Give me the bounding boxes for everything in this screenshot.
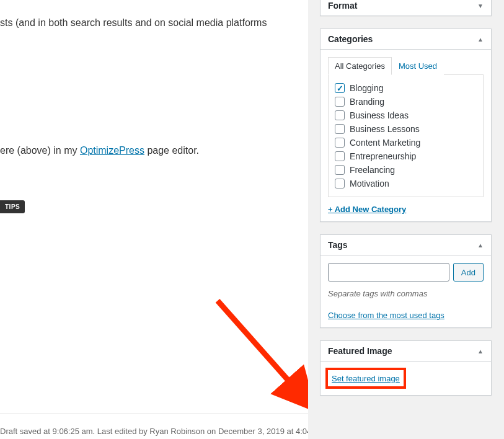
featured-image-title: Featured Image <box>328 346 392 356</box>
format-header[interactable]: Format ▼ <box>321 0 491 16</box>
choose-most-used-tags-link[interactable]: Choose from the most used tags <box>328 311 444 320</box>
categories-tabs: All Categories Most Used <box>328 57 484 75</box>
add-tag-button[interactable]: Add <box>453 263 484 282</box>
chevron-down-icon: ▼ <box>477 2 484 9</box>
sidebar: Format ▼ Categories ▲ All Categories Mos… <box>308 0 504 439</box>
optimizepress-link[interactable]: OptimizePress <box>80 145 144 156</box>
tags-header[interactable]: Tags ▲ <box>321 235 491 255</box>
checkbox-icon[interactable] <box>335 97 345 107</box>
add-new-category-link[interactable]: + Add New Category <box>328 205 484 214</box>
category-label: Motivation <box>350 179 389 188</box>
checkbox-icon[interactable] <box>335 165 345 175</box>
featured-image-postbox: Featured Image ▲ Set featured image <box>320 340 492 396</box>
category-item-entrepreneurship[interactable]: Entrepreneurship <box>335 149 477 163</box>
chevron-up-icon: ▲ <box>477 36 484 43</box>
categories-list: Blogging Branding Business Ideas Busines… <box>328 74 484 197</box>
chevron-up-icon: ▲ <box>477 348 484 355</box>
category-label: Business Ideas <box>350 110 409 120</box>
category-item-content-marketing[interactable]: Content Marketing <box>335 136 477 149</box>
tags-title: Tags <box>328 240 348 250</box>
checkbox-icon[interactable] <box>335 151 345 161</box>
body-text-pre: ere (above) in my <box>0 145 80 156</box>
body-text-post: page editor. <box>144 145 199 156</box>
featured-image-body: Set featured image <box>321 361 491 395</box>
category-item-business-lessons[interactable]: Business Lessons <box>335 122 477 136</box>
category-item-motivation[interactable]: Motivation <box>335 177 477 190</box>
tags-input[interactable] <box>328 263 449 282</box>
chevron-up-icon: ▲ <box>477 242 484 249</box>
tips-badge[interactable]: TIPS <box>0 200 25 213</box>
categories-postbox: Categories ▲ All Categories Most Used Bl… <box>320 29 492 222</box>
categories-header[interactable]: Categories ▲ <box>321 29 491 50</box>
annotation-callout: Set featured image <box>325 368 406 389</box>
editor-divider <box>0 414 308 414</box>
checkbox-icon[interactable] <box>335 124 345 134</box>
tags-body: Add Separate tags with commas Choose fro… <box>321 255 491 327</box>
category-label: Content Marketing <box>350 138 420 148</box>
format-postbox: Format ▼ <box>320 0 492 16</box>
format-title: Format <box>328 1 357 11</box>
categories-body: All Categories Most Used Blogging Brandi… <box>321 50 491 221</box>
checkbox-icon[interactable] <box>335 83 345 93</box>
category-item-business-ideas[interactable]: Business Ideas <box>335 109 477 122</box>
editor-content: sts (and in both search results and on s… <box>0 0 308 439</box>
tags-hint: Separate tags with commas <box>328 289 484 298</box>
body-paragraph-1: sts (and in both search results and on s… <box>0 17 267 29</box>
tags-input-row: Add <box>328 263 484 282</box>
tab-most-used[interactable]: Most Used <box>392 57 444 75</box>
checkbox-icon[interactable] <box>335 110 345 120</box>
body-paragraph-2: ere (above) in my OptimizePress page edi… <box>0 145 199 156</box>
set-featured-image-link[interactable]: Set featured image <box>332 374 400 383</box>
category-item-blogging[interactable]: Blogging <box>335 81 477 95</box>
category-label: Business Lessons <box>350 124 420 134</box>
tab-all-categories[interactable]: All Categories <box>328 57 392 75</box>
category-label: Entrepreneurship <box>350 151 416 161</box>
tags-postbox: Tags ▲ Add Separate tags with commas Cho… <box>320 234 492 328</box>
featured-image-header[interactable]: Featured Image ▲ <box>321 341 491 361</box>
checkbox-icon[interactable] <box>335 138 345 148</box>
category-item-freelancing[interactable]: Freelancing <box>335 163 477 177</box>
category-label: Branding <box>350 97 384 107</box>
checkbox-icon[interactable] <box>335 179 345 188</box>
draft-status: Draft saved at 9:06:25 am. Last edited b… <box>0 427 325 436</box>
category-item-branding[interactable]: Branding <box>335 95 477 109</box>
categories-title: Categories <box>328 34 373 44</box>
category-label: Blogging <box>350 83 384 93</box>
category-label: Freelancing <box>350 165 395 175</box>
